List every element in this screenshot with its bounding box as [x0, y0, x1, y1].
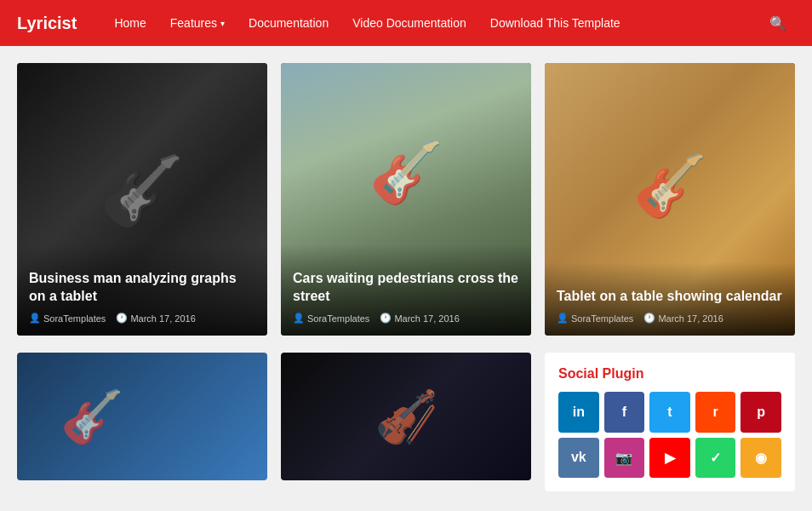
- nav-home[interactable]: Home: [102, 0, 157, 46]
- nav-brand[interactable]: Lyricist: [17, 14, 77, 33]
- bottom-card-1[interactable]: [17, 353, 267, 480]
- card-1-date: 🕐 March 17, 2016: [116, 313, 195, 324]
- social-btn-linkedin[interactable]: in: [558, 392, 599, 433]
- navbar: Lyricist Home Features ▾ Documentation V…: [0, 0, 812, 46]
- social-btn-vk[interactable]: vk: [558, 438, 599, 479]
- nav-features[interactable]: Features ▾: [158, 0, 237, 46]
- top-cards-grid: Business man analyzing graphs on a table…: [17, 63, 795, 336]
- card-2-author: 👤 SoraTemplates: [293, 313, 369, 324]
- card-3-date: 🕐 March 17, 2016: [643, 313, 723, 324]
- card-3-title: Tablet on a table showing calendar: [557, 288, 783, 306]
- card-2[interactable]: Cars waiting pedestrians cross the stree…: [281, 63, 531, 336]
- social-btn-pinterest[interactable]: p: [741, 392, 781, 433]
- author-icon: 👤: [29, 313, 41, 324]
- social-btn-facebook[interactable]: f: [604, 392, 645, 433]
- card-3[interactable]: Tablet on a table showing calendar 👤 Sor…: [545, 63, 795, 336]
- social-btn-youtube[interactable]: ▶: [649, 438, 690, 479]
- author-icon-3: 👤: [557, 313, 569, 324]
- social-btn-reddit[interactable]: r: [695, 392, 736, 433]
- author-icon-2: 👤: [293, 313, 305, 324]
- social-plugin: Social Plugin inftrpvk📷▶✓◉: [545, 353, 795, 491]
- bottom-card-2[interactable]: [281, 353, 531, 480]
- social-btn-twitter[interactable]: t: [649, 392, 690, 433]
- social-plugin-title: Social Plugin: [558, 366, 781, 382]
- date-icon-2: 🕐: [380, 313, 392, 324]
- card-3-overlay: Tablet on a table showing calendar 👤 Sor…: [545, 262, 795, 336]
- card-3-meta: 👤 SoraTemplates 🕐 March 17, 2016: [557, 313, 783, 324]
- nav-video-documentation[interactable]: Video Documentation: [340, 0, 478, 46]
- bottom-image-1: [17, 353, 267, 480]
- card-1-title: Business man analyzing graphs on a table…: [29, 270, 255, 306]
- card-1-overlay: Business man analyzing graphs on a table…: [17, 244, 267, 336]
- card-3-author: 👤 SoraTemplates: [557, 313, 633, 324]
- nav-download[interactable]: Download This Template: [478, 0, 632, 46]
- social-grid: inftrpvk📷▶✓◉: [558, 392, 781, 478]
- bottom-image-2: [281, 353, 531, 480]
- main-content: Business man analyzing graphs on a table…: [0, 46, 812, 491]
- social-btn-instagram[interactable]: 📷: [604, 438, 645, 479]
- card-2-overlay: Cars waiting pedestrians cross the stree…: [281, 244, 531, 336]
- bottom-section: Social Plugin inftrpvk📷▶✓◉: [17, 353, 795, 491]
- card-2-meta: 👤 SoraTemplates 🕐 March 17, 2016: [293, 313, 519, 324]
- nav-links: Home Features ▾ Documentation Video Docu…: [102, 0, 761, 46]
- card-2-date: 🕐 March 17, 2016: [380, 313, 459, 324]
- search-button[interactable]: 🔍: [761, 15, 795, 32]
- card-2-title: Cars waiting pedestrians cross the stree…: [293, 270, 519, 306]
- card-1-meta: 👤 SoraTemplates 🕐 March 17, 2016: [29, 313, 255, 324]
- social-btn-rss[interactable]: ◉: [741, 438, 781, 479]
- nav-documentation[interactable]: Documentation: [237, 0, 340, 46]
- features-arrow: ▾: [220, 19, 225, 28]
- social-btn-whatsapp[interactable]: ✓: [695, 438, 736, 479]
- card-1-author: 👤 SoraTemplates: [29, 313, 106, 324]
- date-icon-3: 🕐: [643, 313, 655, 324]
- card-1[interactable]: Business man analyzing graphs on a table…: [17, 63, 267, 336]
- date-icon: 🕐: [116, 313, 128, 324]
